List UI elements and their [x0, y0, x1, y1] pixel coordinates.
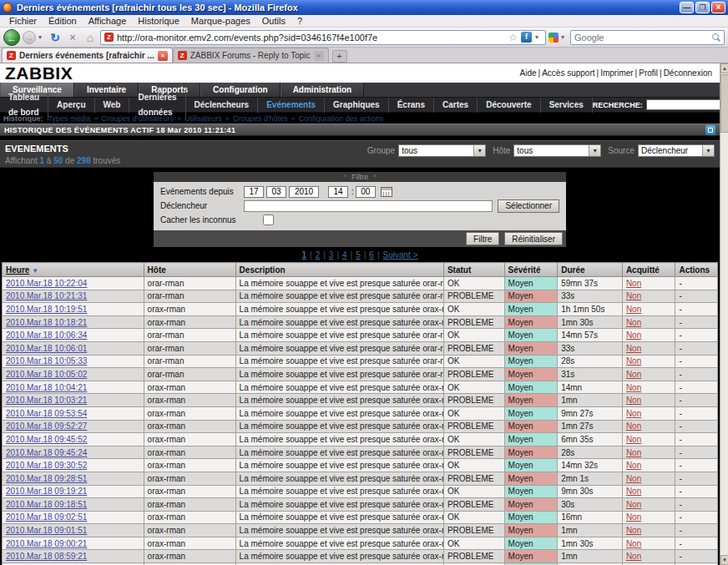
event-time-link[interactable]: 2010.Mar.18 09:19:21	[6, 487, 87, 496]
event-time-link[interactable]: 2010.Mar.18 10:06:34	[6, 330, 87, 340]
ack-link[interactable]: Non	[626, 421, 641, 431]
event-time-link[interactable]: 2010.Mar.18 09:45:24	[6, 448, 87, 457]
sub-nav-item[interactable]: Écrans	[389, 98, 434, 113]
header-link[interactable]: Imprimer	[599, 68, 634, 78]
ack-link[interactable]: Non	[626, 291, 641, 300]
since-hour-input[interactable]	[328, 186, 348, 198]
minimize-button[interactable]: —	[680, 2, 694, 13]
search-engine-icon[interactable]	[549, 33, 559, 43]
menu-item[interactable]: Marque-pages	[185, 16, 256, 26]
header-link[interactable]: Déconnexion	[663, 68, 713, 78]
column-header[interactable]: Acquitté	[622, 263, 675, 277]
event-time-link[interactable]: 2010.Mar.18 09:28:51	[6, 474, 87, 483]
tab-close-icon[interactable]: ×	[158, 51, 168, 61]
ack-link[interactable]: Non	[626, 552, 641, 561]
sub-nav-item[interactable]: Services	[541, 98, 593, 113]
chevron-down-icon[interactable]: ▼	[702, 145, 714, 156]
filter-collapse-icon[interactable]: ^	[373, 174, 377, 180]
column-header[interactable]: Hôte	[144, 263, 235, 277]
ack-link[interactable]: Non	[626, 500, 641, 509]
ack-link[interactable]: Non	[626, 539, 641, 548]
forward-button[interactable]: →	[23, 31, 36, 44]
menu-item[interactable]: Édition	[43, 16, 83, 26]
event-time-link[interactable]: 2010.Mar.18 09:52:27	[6, 421, 87, 431]
ack-link[interactable]: Non	[626, 279, 641, 288]
search-bar[interactable]	[570, 30, 725, 45]
sub-nav-item[interactable]: Aperçu	[48, 98, 94, 113]
column-header[interactable]: Sévérité	[504, 263, 558, 277]
scroll-down-icon[interactable]: ▼	[720, 555, 728, 565]
column-header[interactable]: Description	[235, 263, 443, 277]
ack-link[interactable]: Non	[626, 396, 641, 405]
column-header[interactable]: Durée	[558, 263, 623, 277]
vertical-scrollbar[interactable]: ▲ ▼	[720, 63, 728, 565]
menu-item[interactable]: Outils	[256, 16, 291, 26]
ack-link[interactable]: Non	[626, 356, 641, 366]
ack-link[interactable]: Non	[626, 487, 641, 496]
restore-button[interactable]: ❐	[695, 2, 710, 13]
page-link[interactable]: 6	[369, 250, 374, 260]
column-header[interactable]: Actions	[675, 263, 718, 277]
since-minute-input[interactable]	[356, 186, 376, 198]
filter-panel-header[interactable]: ^ Filtre ^	[154, 172, 566, 182]
header-link[interactable]: Accès support	[541, 68, 595, 78]
filter-button[interactable]: Filtre	[466, 232, 499, 245]
sub-nav-item[interactable]: Graphiques	[325, 98, 389, 113]
url-dropdown-icon[interactable]: ▾	[535, 33, 542, 41]
chevron-down-icon[interactable]: ▼	[473, 145, 485, 156]
sub-nav-item[interactable]: Déclencheurs	[186, 98, 259, 113]
url-bar[interactable]: Z ☆ f ▾	[100, 30, 546, 45]
ack-link[interactable]: Non	[626, 512, 641, 522]
ack-link[interactable]: Non	[626, 344, 641, 353]
ack-link[interactable]: Non	[626, 474, 641, 483]
page-link[interactable]: 4	[342, 250, 347, 260]
event-time-link[interactable]: 2010.Mar.18 09:01:51	[6, 526, 87, 535]
event-time-link[interactable]: 2010.Mar.18 09:00:21	[6, 539, 87, 548]
page-link[interactable]: 2	[316, 250, 321, 260]
ack-link[interactable]: Non	[626, 526, 641, 535]
bookmark-star-icon[interactable]: ☆	[508, 32, 518, 43]
event-time-link[interactable]: 2010.Mar.18 09:45:52	[6, 435, 87, 444]
sub-nav-item[interactable]: Découverte	[478, 98, 540, 113]
breadcrumb-link[interactable]: Groupes d'hôtes	[233, 114, 288, 123]
since-month-input[interactable]	[266, 186, 286, 198]
hide-unknown-checkbox[interactable]	[263, 214, 274, 225]
ack-link[interactable]: Non	[626, 370, 641, 379]
filter-collapse-icon[interactable]: ^	[343, 174, 346, 180]
reset-button[interactable]: Réinitialiser	[504, 232, 563, 245]
reload-button[interactable]: ↻	[48, 31, 63, 44]
fullscreen-icon[interactable]	[705, 125, 715, 135]
event-time-link[interactable]: 2010.Mar.18 10:05:02	[6, 370, 87, 379]
event-time-link[interactable]: 2010.Mar.18 10:05:33	[6, 356, 87, 366]
header-link[interactable]: Aide	[519, 68, 538, 78]
calendar-icon[interactable]	[381, 187, 392, 197]
scrollbar-thumb[interactable]	[720, 74, 728, 133]
event-time-link[interactable]: 2010.Mar.18 10:03:21	[6, 396, 87, 405]
search-icon[interactable]	[712, 33, 720, 42]
ack-link[interactable]: Non	[626, 409, 641, 418]
scroll-up-icon[interactable]: ▲	[720, 63, 728, 73]
breadcrumb-link[interactable]: Configuration des actions	[299, 114, 384, 123]
ack-link[interactable]: Non	[626, 330, 641, 340]
ack-link[interactable]: Non	[626, 305, 641, 314]
sub-nav-item[interactable]: Evénements	[258, 98, 325, 113]
sub-nav-item[interactable]: Web	[95, 98, 130, 113]
ack-link[interactable]: Non	[626, 318, 641, 327]
recherche-input[interactable]	[646, 99, 720, 110]
event-time-link[interactable]: 2010.Mar.18 09:30:52	[6, 461, 87, 470]
chevron-down-icon[interactable]: ▼	[589, 145, 600, 156]
breadcrumb-link[interactable]: Utilisateurs	[185, 114, 222, 123]
event-time-link[interactable]: 2010.Mar.18 09:18:51	[6, 500, 87, 509]
browser-tab[interactable]: ZZABBIX Forums - Reply to Topic×	[173, 48, 329, 63]
page-link[interactable]: 3	[329, 250, 334, 260]
column-header[interactable]: Statut	[443, 263, 504, 277]
page-link[interactable]: 1	[301, 250, 306, 260]
sort-desc-icon[interactable]: ▼	[32, 267, 38, 275]
top-filter-select[interactable]: Déclencheur▼	[638, 144, 715, 157]
browser-tab[interactable]: ZDerniers événements [rafraichir ...×	[2, 48, 173, 63]
next-page-link[interactable]: Suivant >	[383, 250, 418, 260]
event-time-link[interactable]: 2010.Mar.18 10:19:51	[6, 305, 87, 314]
search-input[interactable]	[574, 33, 709, 43]
top-filter-select[interactable]: tous▼	[398, 144, 486, 157]
ack-link[interactable]: Non	[626, 461, 641, 470]
